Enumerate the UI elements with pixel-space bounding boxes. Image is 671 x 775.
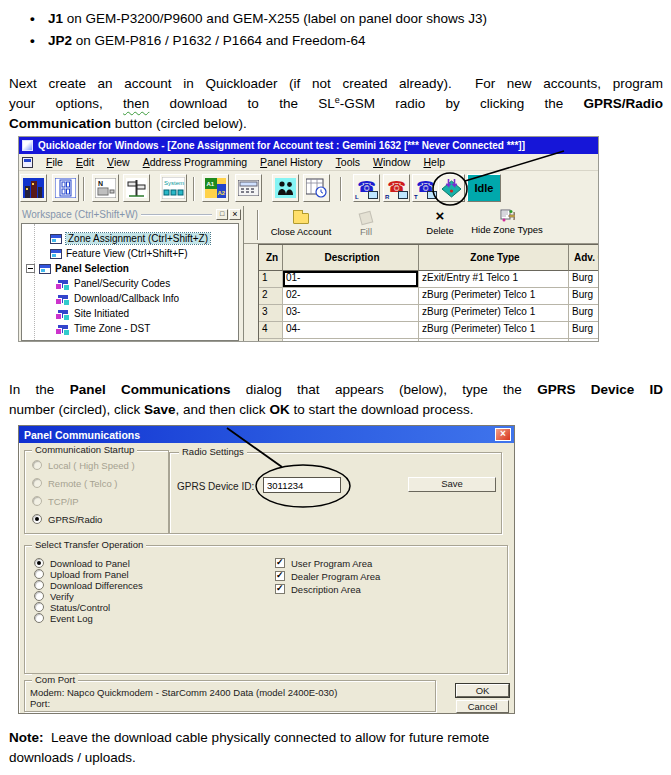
document-page: J1 on GEM-P3200/P9600 and GEM-X255 (labe…: [0, 0, 671, 775]
tree-item-partial[interactable]: [58, 337, 70, 341]
fill-button[interactable]: Fill: [328, 209, 404, 237]
menu-file[interactable]: File: [46, 156, 63, 168]
cell-zone-type[interactable]: zBurg (Perimeter) Telco 1: [419, 322, 569, 339]
radio-event-log[interactable]: Event Log: [34, 612, 93, 624]
keypad-button[interactable]: [235, 174, 262, 202]
col-header-zn: Zn: [259, 245, 283, 271]
checkbox-dealer-program-area[interactable]: Dealer Program Area: [275, 570, 380, 582]
bullet-item: J1 on GEM-P3200/P9600 and GEM-X255 (labe…: [30, 8, 650, 30]
panel-keypad-icon: N: [95, 178, 116, 198]
grammar-squiggle-word: then: [123, 96, 149, 111]
idle-status-button[interactable]: Idle: [467, 174, 501, 202]
cell-description[interactable]: 02-: [283, 288, 419, 305]
menu-view[interactable]: View: [107, 156, 130, 168]
workspace-maximize-button[interactable]: [216, 209, 228, 220]
local-comm-button[interactable]: L: [353, 174, 380, 202]
cell-zone-type[interactable]: zExit/Entry #1 Telco 1: [419, 271, 569, 288]
bullet-text: JP2 on GEM-P816 / P1632 / P1664 and Free…: [48, 30, 365, 52]
radio-gprs-radio[interactable]: GPRS/Radio: [32, 513, 102, 525]
workspace-header: Workspace (Ctrl+Shift+W): [22, 208, 241, 221]
cell-description[interactable]: 05-: [283, 339, 419, 342]
bullet-item: JP2 on GEM-P816 / P1632 / P1664 and Free…: [30, 30, 650, 52]
cell-zn[interactable]: 4: [259, 322, 283, 339]
menu-bar: File Edit View Address Programming Panel…: [19, 154, 598, 171]
menu-help[interactable]: Help: [423, 156, 445, 168]
a1-a2-areas-icon: A1A2: [205, 178, 226, 198]
radio-tcpip[interactable]: TCP/IP: [32, 495, 79, 507]
cell-zn[interactable]: 3: [259, 305, 283, 322]
cell-zone-type[interactable]: zBurg (Perimeter) Telco 1: [419, 288, 569, 305]
cell-adv[interactable]: Burg: [569, 271, 599, 288]
radio-remote-telco[interactable]: Remote ( Telco ): [32, 477, 118, 489]
menu-address-programming[interactable]: Address Programming: [143, 156, 247, 168]
tree-node-icon: [58, 340, 68, 342]
workspace-close-button[interactable]: [229, 209, 241, 220]
tree-expander-minus-icon[interactable]: [26, 264, 35, 273]
tree-item-panel-selection[interactable]: Panel Selection: [26, 262, 129, 275]
menu-window[interactable]: Window: [373, 156, 410, 168]
idle-label: Idle: [475, 182, 494, 194]
two-people-icon: [275, 178, 296, 198]
accounts-button[interactable]: [20, 174, 47, 202]
save-button[interactable]: Save: [408, 477, 496, 492]
cell-zone-type[interactable]: zBurg (Perimeter) Telco 1: [419, 305, 569, 322]
cell-adv[interactable]: Burg: [569, 288, 599, 305]
users-button[interactable]: [272, 174, 299, 202]
paragraph-line: Note: Leave the download cable physicall…: [9, 728, 609, 748]
radio-local-high-speed[interactable]: Local ( High Speed ): [32, 459, 135, 471]
workspace-rule: [141, 214, 212, 216]
door-icon: [55, 178, 76, 198]
gprs-radio-communication-button[interactable]: [438, 174, 465, 202]
cell-description[interactable]: 03-: [283, 305, 419, 322]
checked-checkbox-icon: [275, 584, 285, 594]
tree-item-panel-security-codes[interactable]: Panel/Security Codes: [58, 277, 170, 290]
panel-door-button[interactable]: [52, 174, 79, 202]
tcpip-comm-button[interactable]: T: [412, 174, 439, 202]
com-port-label: Com Port: [32, 674, 78, 685]
dialog-close-button[interactable]: ×: [495, 428, 511, 441]
cell-zone-type[interactable]: zBurg (Perimeter) Telco 1: [419, 339, 569, 342]
cancel-button[interactable]: Cancel: [456, 700, 509, 713]
checked-checkbox-icon: [275, 558, 285, 568]
table-row-partial: 5 05- zBurg (Perimeter) Telco 1 Burg: [259, 339, 599, 342]
menu-tools[interactable]: Tools: [336, 156, 361, 168]
signpost-button[interactable]: [123, 174, 150, 202]
menu-panel-history[interactable]: Panel History: [260, 156, 322, 168]
phone-remote-icon: R: [385, 176, 408, 200]
tree-item-time-zone-dst[interactable]: Time Zone - DST: [58, 322, 150, 335]
tree-item-download-callback-info[interactable]: Download/Callback Info: [58, 292, 179, 305]
menu-edit[interactable]: Edit: [76, 156, 94, 168]
cell-zn[interactable]: 5: [259, 339, 283, 342]
ok-button[interactable]: OK: [456, 684, 509, 697]
select-transfer-operation-label: Select Transfer Operation: [32, 539, 146, 550]
area-view-button[interactable]: A1A2: [202, 174, 229, 202]
schedule-button[interactable]: [303, 174, 330, 202]
checkbox-description-area[interactable]: Description Area: [275, 583, 361, 595]
cell-adv[interactable]: Burg: [569, 305, 599, 322]
tree-item-site-initiated[interactable]: Site Initiated: [58, 307, 129, 320]
checkbox-user-program-area[interactable]: User Program Area: [275, 557, 372, 569]
view-window-icon: [50, 234, 62, 244]
remote-comm-button[interactable]: R: [383, 174, 410, 202]
gprs-device-id-input[interactable]: [263, 477, 341, 493]
cell-description[interactable]: 04-: [283, 322, 419, 339]
tree-item-zone-assignment[interactable]: Zone Assignment (Ctrl+Shift+Z): [50, 232, 210, 245]
panel-program-button[interactable]: N: [92, 174, 119, 202]
hide-zone-types-button[interactable]: Hide Zone Types: [469, 209, 545, 235]
system-button[interactable]: System: [160, 174, 187, 202]
svg-text:A2: A2: [218, 190, 226, 196]
hide-zone-types-icon: [500, 209, 515, 222]
delete-button[interactable]: × Delete: [402, 209, 478, 236]
workspace-title: Workspace (Ctrl+Shift+W): [22, 209, 138, 220]
actionbar-separator: [257, 210, 259, 240]
cell-zn[interactable]: 1: [259, 271, 283, 288]
cell-adv[interactable]: Burg: [569, 322, 599, 339]
paragraph-line: your options, then download to the SLe-G…: [9, 94, 663, 114]
child-window-icon[interactable]: [22, 157, 33, 168]
cell-adv[interactable]: Burg: [569, 339, 599, 342]
app-icon: [22, 140, 33, 151]
tree-item-feature-view[interactable]: Feature View (Ctrl+Shift+F): [50, 247, 188, 260]
svg-text:A1: A1: [207, 181, 215, 187]
cell-description-selected[interactable]: 01-: [283, 271, 419, 288]
cell-zn[interactable]: 2: [259, 288, 283, 305]
